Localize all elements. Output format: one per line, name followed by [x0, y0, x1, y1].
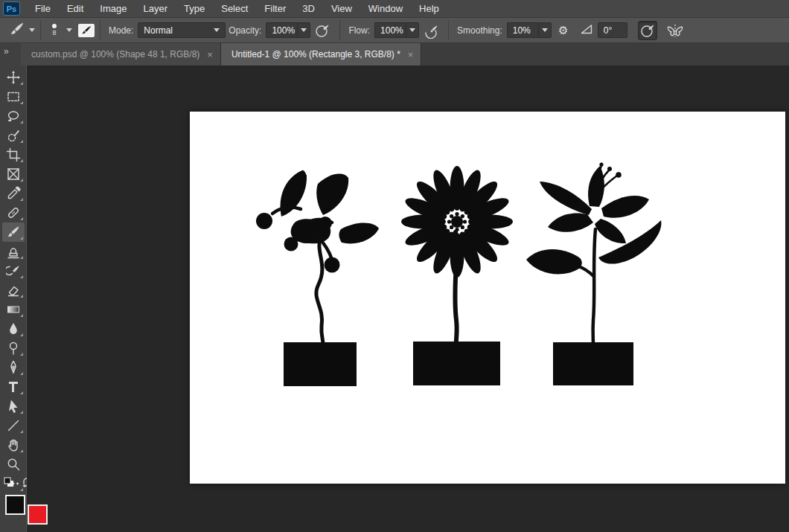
- tab-title: Untitled-1 @ 100% (Rectangle 3, RGB/8) *: [231, 49, 400, 60]
- tab-untitled-1[interactable]: Untitled-1 @ 100% (Rectangle 3, RGB/8) *…: [221, 43, 422, 65]
- background-color-swatch[interactable]: [28, 504, 48, 525]
- eyedropper-tool[interactable]: [2, 184, 25, 203]
- crop-tool[interactable]: [2, 145, 25, 164]
- opacity-dropdown-button[interactable]: [297, 22, 310, 38]
- brush-size-picker[interactable]: 8: [46, 24, 95, 37]
- flower-lily: [526, 162, 661, 345]
- close-icon[interactable]: ×: [408, 49, 414, 60]
- menu-select[interactable]: Select: [213, 0, 256, 18]
- brush-size-preview: 8: [46, 24, 63, 36]
- document-tab-bar: » custom.psd @ 100% (Shape 48 1, RGB/8) …: [0, 43, 789, 65]
- mode-label: Mode:: [109, 25, 133, 36]
- opacity-pressure-button[interactable]: [313, 21, 332, 40]
- brush-preset-picker[interactable]: [9, 21, 35, 39]
- menu-layer[interactable]: Layer: [135, 0, 176, 18]
- frame-tool[interactable]: [2, 164, 25, 184]
- pot-1: [284, 342, 357, 386]
- smoothing-options-gear-button[interactable]: ⚙: [554, 21, 573, 40]
- document-canvas[interactable]: [190, 112, 785, 484]
- rectangular-marquee-tool[interactable]: [2, 87, 25, 106]
- gradient-tool[interactable]: [2, 300, 25, 319]
- chevron-down-icon: [301, 28, 307, 32]
- tab-custom-psd[interactable]: custom.psd @ 100% (Shape 48 1, RGB/8) ×: [21, 43, 221, 65]
- smoothing-label: Smoothing:: [457, 25, 502, 36]
- flower-berry-sprig: [256, 170, 379, 344]
- smoothing-dropdown-button[interactable]: [538, 22, 552, 38]
- chevron-down-icon: [66, 28, 72, 32]
- brush-tip-dot: [52, 24, 57, 28]
- opacity-label: Opacity:: [229, 25, 261, 36]
- canvas-artwork: [190, 112, 785, 484]
- pot-3: [553, 342, 633, 385]
- color-controls: [0, 477, 27, 528]
- foreground-color-swatch[interactable]: [5, 495, 25, 515]
- close-icon[interactable]: ×: [207, 49, 213, 60]
- opacity-input[interactable]: 100%: [266, 22, 297, 38]
- menu-bar: Ps File Edit Image Layer Type Select Fil…: [0, 0, 789, 18]
- airbrush-toggle-button[interactable]: [638, 21, 657, 40]
- flow-input[interactable]: 100%: [374, 22, 406, 38]
- menu-file[interactable]: File: [27, 0, 59, 18]
- blend-mode-select[interactable]: Normal: [138, 22, 226, 38]
- blend-mode-value: Normal: [144, 25, 173, 36]
- divider: [339, 21, 340, 40]
- brush-angle-input[interactable]: 0°: [598, 22, 627, 38]
- path-selection-tool[interactable]: [2, 397, 25, 416]
- brush-tool[interactable]: [2, 222, 25, 242]
- history-brush-tool[interactable]: [2, 261, 25, 281]
- brush-size-value: 8: [52, 30, 56, 36]
- menu-type[interactable]: Type: [176, 0, 213, 18]
- chevron-down-icon: [542, 28, 548, 32]
- flow-dropdown-button[interactable]: [406, 22, 419, 38]
- dodge-tool[interactable]: [2, 339, 25, 358]
- brush-angle-value: 0°: [604, 25, 612, 36]
- divider: [100, 21, 100, 40]
- pasteboard: [27, 65, 789, 532]
- move-tool[interactable]: [2, 68, 25, 87]
- spot-healing-brush-tool[interactable]: [2, 203, 25, 222]
- menu-view[interactable]: View: [323, 0, 360, 18]
- flower-daisy: [401, 166, 513, 347]
- blur-tool[interactable]: [2, 319, 25, 339]
- photoshop-logo: Ps: [3, 1, 20, 16]
- divider: [448, 21, 449, 40]
- tools-panel: [0, 65, 27, 532]
- pen-tool[interactable]: [2, 358, 25, 377]
- chevron-down-icon: [214, 28, 220, 32]
- paint-symmetry-button[interactable]: [665, 21, 685, 40]
- line-tool[interactable]: [2, 416, 25, 435]
- brush-settings-panel-icon[interactable]: [78, 24, 95, 37]
- brush-angle-icon: [580, 23, 593, 37]
- opacity-value: 100%: [272, 25, 295, 36]
- quick-selection-tool[interactable]: [2, 126, 25, 145]
- menu-window[interactable]: Window: [360, 0, 411, 18]
- divider: [40, 21, 41, 40]
- eraser-tool[interactable]: [2, 281, 25, 300]
- menu-edit[interactable]: Edit: [59, 0, 92, 18]
- tab-title: custom.psd @ 100% (Shape 48 1, RGB/8): [31, 49, 199, 60]
- type-tool[interactable]: [2, 377, 25, 397]
- hand-tool[interactable]: [2, 435, 25, 455]
- menu-3d[interactable]: 3D: [294, 0, 323, 18]
- menu-image[interactable]: Image: [92, 0, 135, 18]
- default-colors-icon[interactable]: [4, 477, 14, 490]
- brush-preset-icon: [9, 21, 25, 39]
- zoom-tool[interactable]: [2, 455, 25, 474]
- clone-stamp-tool[interactable]: [2, 242, 25, 261]
- chevron-down-icon: [29, 28, 35, 32]
- smoothing-value: 10%: [513, 25, 531, 36]
- pot-2: [413, 342, 500, 385]
- flow-value: 100%: [380, 25, 403, 36]
- menu-filter[interactable]: Filter: [256, 0, 294, 18]
- chevron-down-icon: [409, 28, 415, 32]
- type-tool-T-icon: [9, 382, 18, 392]
- flow-pressure-button[interactable]: [421, 21, 441, 40]
- lasso-tool[interactable]: [2, 106, 25, 126]
- tool-options-bar: 8 Mode: Normal Opacity: 100%: [0, 18, 789, 43]
- panel-collapse-chevrons[interactable]: »: [0, 43, 21, 65]
- photoshop-window: Ps File Edit Image Layer Type Select Fil…: [0, 0, 789, 532]
- flow-label: Flow:: [348, 25, 370, 36]
- gear-icon: ⚙: [558, 24, 568, 37]
- smoothing-input[interactable]: 10%: [507, 22, 538, 38]
- menu-help[interactable]: Help: [411, 0, 447, 18]
